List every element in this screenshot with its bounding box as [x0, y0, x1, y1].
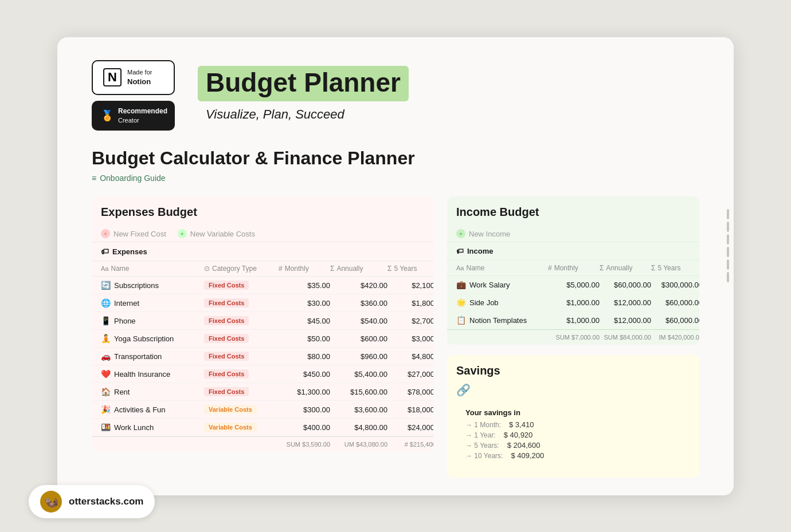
expense-name-label: Rent	[114, 388, 130, 396]
income-group-header: 🏷 Income	[447, 242, 699, 261]
expense-annually: $5,400.00	[330, 370, 387, 379]
expenses-group-label: Expenses	[112, 247, 147, 256]
otter-avatar: 🦦	[40, 491, 62, 513]
col-five-years: Σ 5 Years	[387, 265, 433, 273]
expense-tag: Variable Costs	[204, 423, 257, 432]
income-five-years: $60,000.00	[651, 316, 699, 325]
savings-row: → 10 Years: $ 409,200	[465, 451, 681, 460]
sigma-icon-income: Σ	[600, 264, 604, 272]
income-monthly: $1,000.00	[548, 298, 600, 307]
income-col-monthly: # Monthly	[548, 264, 600, 272]
main-card: N Made for Notion 🏅 Recommended Creator …	[57, 37, 734, 495]
expense-row-icon: 🏠	[101, 387, 111, 396]
expense-five-years: $18,000.00	[387, 405, 433, 414]
notion-badges: N Made for Notion 🏅 Recommended Creator	[92, 60, 175, 131]
new-variable-cost-label: New Variable Costs	[190, 230, 255, 238]
savings-title: Savings	[456, 364, 690, 377]
expense-monthly: $45.00	[279, 317, 330, 325]
expense-category: Fixed Costs	[204, 387, 279, 396]
plus-icon-red: +	[101, 229, 110, 238]
expenses-section: Expenses Budget + New Fixed Cost + New V…	[92, 196, 433, 452]
expense-monthly: $30.00	[279, 299, 330, 308]
made-for-text: Made for Notion	[127, 68, 152, 88]
income-sum-five-years: IM $420,000.00	[651, 334, 699, 341]
expense-five-years: $3,000.00	[387, 334, 433, 343]
onboarding-guide-label: Onboarding Guide	[100, 174, 165, 183]
expense-category: Fixed Costs	[204, 352, 279, 361]
branding-bar: 🦦 otterstacks.com	[29, 485, 155, 518]
expense-tag: Fixed Costs	[204, 316, 249, 325]
new-cost-row: + New Fixed Cost + New Variable Costs	[92, 226, 433, 242]
text-icon: Aa	[101, 265, 108, 272]
plus-icon-income: +	[456, 229, 465, 238]
expense-row-icon: 🚗	[101, 352, 111, 361]
sigma-icon-income-2: Σ	[651, 264, 655, 272]
income-row-icon: 📋	[456, 316, 466, 325]
income-annually: $12,000.00	[600, 298, 651, 307]
expense-five-years: $27,000.00	[387, 370, 433, 379]
income-row-name: 📋 Notion Templates	[456, 316, 548, 325]
expenses-group-header: 🏷 Expenses	[92, 242, 433, 261]
expense-row-icon: 🌐	[101, 298, 111, 308]
expense-five-years: $24,000.00	[387, 423, 433, 432]
income-sum-annually: SUM $84,000.00	[600, 334, 651, 341]
scrollbar-line	[727, 247, 729, 257]
income-col-annually: Σ Annually	[600, 264, 651, 272]
expense-category: Fixed Costs	[204, 298, 279, 308]
two-col-layout: Expenses Budget + New Fixed Cost + New V…	[92, 196, 699, 478]
expenses-section-title: Expenses Budget	[92, 206, 433, 226]
expense-annually: $540.00	[330, 317, 387, 325]
scrollbar-line	[727, 272, 729, 282]
income-five-years: $60,000.00	[651, 298, 699, 307]
new-fixed-cost-button[interactable]: + New Fixed Cost	[101, 229, 166, 238]
expense-category: Fixed Costs	[204, 316, 279, 325]
expense-monthly: $1,300.00	[279, 388, 330, 396]
scrollbar[interactable]	[727, 209, 729, 312]
savings-row: → 1 Year: $ 40,920	[465, 431, 681, 439]
income-name-label: Work Salary	[469, 281, 510, 289]
income-col-five-years: Σ 5 Years	[651, 264, 699, 272]
savings-value: $ 40,920	[504, 431, 533, 439]
hash-icon-income: #	[548, 264, 552, 272]
recommended-creator-badge: 🏅 Recommended Creator	[92, 101, 175, 131]
savings-section: Savings 🔗 Your savings in → 1 Month: $ 3…	[447, 355, 699, 478]
expense-row-name: 🏠 Rent	[101, 387, 204, 396]
expense-name-label: Health Insurance	[114, 370, 170, 379]
income-sum-empty	[456, 334, 548, 341]
income-annually: $60,000.00	[600, 281, 651, 289]
expense-five-years: $2,100.00	[387, 281, 433, 290]
expenses-table-row: 📱 Phone Fixed Costs $45.00 $540.00 $2,70…	[92, 312, 433, 330]
onboarding-guide-link[interactable]: ≡ Onboarding Guide	[92, 174, 699, 183]
branding-url: otterstacks.com	[69, 496, 143, 507]
plus-icon-green: +	[178, 229, 187, 238]
sum-annually: UM $43,080.00	[330, 441, 387, 448]
expense-monthly: $35.00	[279, 281, 330, 290]
income-monthly: $1,000.00	[548, 316, 600, 325]
income-sum-monthly: SUM $7,000.00	[548, 334, 600, 341]
savings-rows-container: → 1 Month: $ 3,410 → 1 Year: $ 40,920 → …	[465, 420, 681, 460]
subtitle: Visualize, Plan, Succeed	[206, 107, 409, 122]
income-row-icon: 🌟	[456, 298, 466, 307]
income-col-name: Aa Name	[456, 264, 548, 272]
arrow-icon: → 1 Year:	[465, 431, 496, 439]
new-income-button[interactable]: + New Income	[447, 226, 699, 242]
new-variable-cost-button[interactable]: + New Variable Costs	[178, 229, 255, 238]
income-table-header: Aa Name # Monthly Σ Annually Σ	[447, 261, 699, 276]
expense-name-label: Phone	[114, 317, 136, 325]
expenses-table-row: 🌐 Internet Fixed Costs $30.00 $360.00 $1…	[92, 294, 433, 312]
expense-tag: Fixed Costs	[204, 352, 249, 361]
expense-category: Variable Costs	[204, 423, 279, 432]
sum-monthly: SUM $3,590.00	[279, 441, 330, 448]
rec-text: Recommended Creator	[118, 107, 167, 125]
savings-value: $ 3,410	[509, 420, 534, 429]
expense-monthly: $450.00	[279, 370, 330, 379]
tag-icon-income: 🏷	[456, 247, 464, 255]
arrow-icon: → 10 Years:	[465, 452, 503, 460]
expenses-table-row: 🍱 Work Lunch Variable Costs $400.00 $4,8…	[92, 419, 433, 436]
expense-category: Fixed Costs	[204, 369, 279, 379]
expense-monthly: $300.00	[279, 405, 330, 414]
expense-row-icon: 🧘	[101, 334, 111, 343]
title-area: Budget Planner Visualize, Plan, Succeed	[198, 60, 409, 122]
expense-name-label: Yoga Subscription	[114, 334, 174, 343]
expense-row-name: 🌐 Internet	[101, 298, 204, 308]
